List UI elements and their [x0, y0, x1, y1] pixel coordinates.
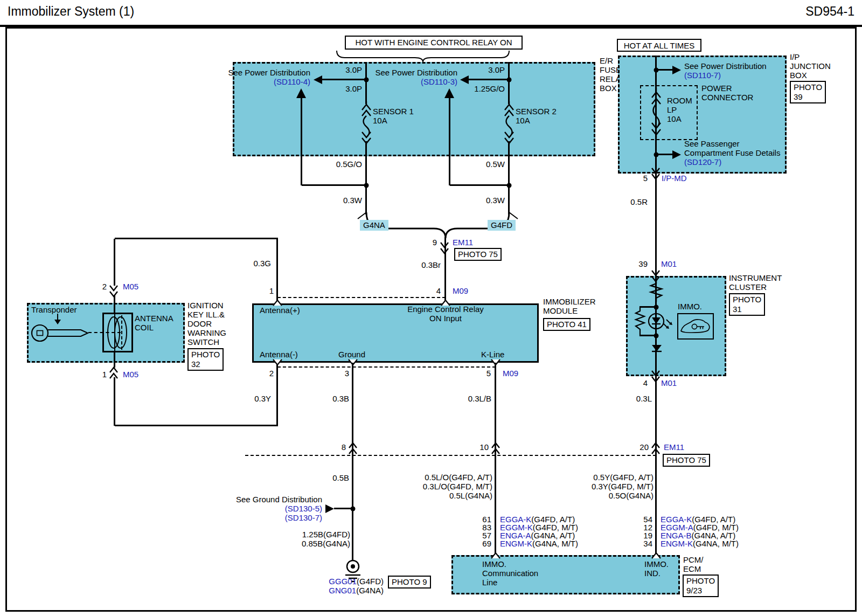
pcm-pin-label: IND.: [644, 569, 661, 578]
see-power-distribution: See Power Distribution: [228, 68, 310, 77]
module-pin-label: Engine Control Relay: [392, 304, 499, 314]
page-code: SD954-1: [805, 4, 854, 18]
module-pin-label: K-Line: [481, 350, 504, 359]
wire-sensor1-bottom: [365, 143, 367, 214]
coil-axis-dashed: [121, 315, 122, 350]
fuse-icon: [359, 101, 374, 144]
wire-label: 0.5B: [332, 473, 349, 482]
connector-ipmd[interactable]: I/P-MD: [662, 174, 687, 183]
wire-label: 0.5L/O(G4FD, A/T): [425, 473, 492, 482]
pin-id[interactable]: ENGM-K: [661, 539, 693, 548]
wire-label: 0.5W: [486, 160, 505, 169]
switch-label: KEY ILL.&: [187, 310, 225, 319]
wire-antenna-minus-down: [114, 377, 115, 426]
switch-label: IGNITION: [187, 301, 224, 310]
connector-pin: 5: [643, 174, 648, 183]
pcm-pin-label: IMMO.: [482, 559, 506, 569]
ref-sd110-3[interactable]: (SD110-3): [421, 77, 457, 86]
transponder-label: Transponder: [31, 305, 77, 314]
module-pin-label: ON Input: [392, 314, 499, 323]
wire-label: 0.5Y(G4FD, A/T): [593, 473, 654, 482]
ref-sd110-7[interactable]: (SD110-7): [684, 71, 721, 80]
photo-label: PHOTO: [794, 82, 822, 92]
ref-sd130-7[interactable]: (SD130-7): [285, 513, 322, 522]
coil-icon: [103, 315, 133, 350]
power-connector-label: CONNECTOR: [701, 93, 753, 102]
pcm-pin-number: 69: [482, 539, 491, 548]
connector-line-m09-bottom: [277, 366, 496, 368]
wire-riser-sd110-3: [449, 98, 450, 185]
fuse-name: SENSOR 1: [373, 107, 414, 116]
photo-ref-9-23[interactable]: PHOTO 9/23: [683, 575, 719, 597]
ref-sd120-7[interactable]: (SD120-7): [684, 157, 721, 167]
wire-coil-out: [114, 352, 115, 368]
fuse-name: ROOM: [667, 96, 692, 105]
photo-ref-9[interactable]: PHOTO 9: [388, 576, 431, 589]
wire-kline: [495, 363, 496, 555]
wire-sensor2-top: [508, 62, 510, 104]
wire-dist-left: [322, 79, 366, 80]
photo-number: 9/23: [686, 586, 702, 595]
wire-label: 3.0P: [345, 65, 362, 74]
photo-ref-75[interactable]: PHOTO 75: [454, 248, 502, 261]
pcm-pin-label: IMMO.: [644, 559, 669, 569]
led-indicator-icon: [646, 310, 675, 334]
wire-label: 0.3L/B: [468, 394, 491, 403]
immo-indicator-label: IMMO.: [678, 302, 702, 311]
wire-antenna-minus-up: [276, 363, 278, 426]
wire-dist-right: [469, 79, 509, 80]
pin-notch-icon: [651, 552, 662, 559]
connector-m05[interactable]: M05: [123, 370, 138, 379]
connector-m09[interactable]: M09: [503, 369, 518, 378]
wire-label: 3.0P: [345, 84, 362, 93]
connector-pin: 4: [436, 286, 441, 295]
module-label: IMMOBILIZER: [543, 297, 596, 306]
wire-antenna-top: [115, 238, 278, 239]
wire-label: 0.3B: [332, 394, 349, 403]
fuse-name: LP: [667, 105, 677, 114]
ground-id[interactable]: GGG01: [329, 577, 357, 586]
wire-label: 0.3W: [343, 196, 362, 205]
wire-riser-sd110-4: [301, 98, 302, 185]
connector-pin: 8: [342, 442, 346, 452]
see-power-distribution: See Power Distribution: [684, 61, 767, 71]
photo-ref-41[interactable]: PHOTO 41: [543, 318, 590, 331]
wire-sensor2-bottom: [508, 143, 510, 214]
arrow-right-icon: [671, 150, 682, 160]
brace-icon: [329, 50, 517, 63]
see-passenger-fuse: Compartment Fuse Details: [684, 148, 780, 157]
arrow-right-icon: [671, 65, 682, 75]
wire-label: 0.5R: [630, 197, 648, 206]
connector-m01[interactable]: M01: [661, 259, 677, 268]
cluster-label: CLUSTER: [729, 282, 767, 292]
photo-ref-31[interactable]: PHOTO 31: [729, 293, 765, 316]
resistor-icon: [649, 280, 664, 302]
connector-chevron-down-icon: [651, 167, 661, 180]
connector-pin: 4: [643, 378, 648, 387]
connector-m05[interactable]: M05: [123, 282, 138, 291]
arrow-up-icon: [296, 88, 307, 99]
connector-m09[interactable]: M09: [453, 286, 468, 295]
ip-box-label: I/P: [790, 52, 800, 61]
connector-m01[interactable]: M01: [661, 378, 677, 387]
photo-ref-75[interactable]: PHOTO 75: [663, 454, 710, 467]
module-pin-label: Ground: [338, 350, 365, 359]
fuse-icon: [649, 87, 664, 138]
pin-id[interactable]: ENGM-K: [500, 539, 532, 548]
photo-ref-39[interactable]: PHOTO 39: [790, 81, 826, 103]
connector-chevron-up-icon: [491, 442, 500, 455]
photo-number: 39: [794, 92, 803, 101]
pcm-pin-number: 34: [643, 539, 652, 548]
ref-sd130-5[interactable]: (SD130-5): [285, 504, 322, 513]
pcm-pin-label: Communication: [482, 569, 538, 578]
ref-sd110-4[interactable]: (SD110-4): [274, 77, 310, 86]
photo-ref-32[interactable]: PHOTO 32: [187, 348, 224, 371]
photo-label: PHOTO: [686, 576, 715, 585]
connector-em11[interactable]: EM11: [453, 238, 473, 247]
photo-number: 32: [191, 359, 200, 369]
ground-id[interactable]: GNG01: [329, 586, 356, 595]
pcm-pin-label: Line: [482, 578, 497, 587]
wire-immo-ind: [655, 376, 657, 555]
connector-em11[interactable]: EM11: [664, 442, 684, 452]
wire-ground: [352, 363, 353, 560]
